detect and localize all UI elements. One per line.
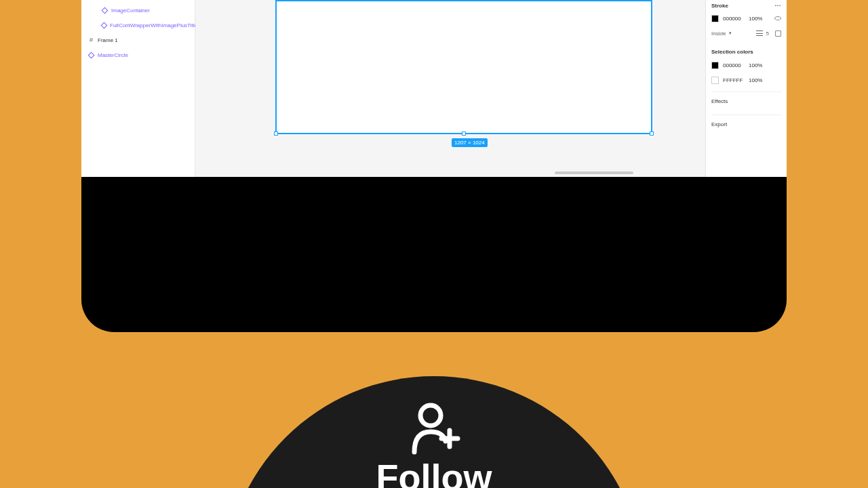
user-plus-icon: [406, 399, 462, 455]
follow-badge[interactable]: Follow: [224, 376, 644, 488]
frame-icon: #: [88, 37, 94, 43]
opacity-value: 100%: [749, 62, 765, 68]
stroke-position[interactable]: Inside: [711, 30, 726, 37]
stroke-options-row[interactable]: Inside ▾ 5: [711, 26, 781, 41]
export-section[interactable]: Export: [711, 115, 781, 134]
more-icon[interactable]: •••: [775, 3, 781, 7]
resize-handle-br[interactable]: [650, 131, 654, 136]
opacity-value: 100%: [749, 77, 765, 83]
layer-label: Frame 1: [98, 37, 118, 43]
stroke-color-row[interactable]: 000000 100%: [711, 11, 781, 26]
selcolor-row-0[interactable]: 000000 100%: [711, 58, 781, 73]
stroke-section-header[interactable]: Stroke •••: [711, 0, 781, 11]
stroke-advanced-icon[interactable]: [775, 30, 781, 37]
figma-window: ImageContainer FullContWrapperWithImageP…: [81, 0, 787, 177]
hex-value[interactable]: 000000: [723, 16, 745, 22]
properties-panel: Stroke ••• 000000 100% Inside ▾ 5 Select…: [705, 0, 787, 177]
stroke-weight[interactable]: 5: [766, 30, 769, 37]
layer-label: MasterCircle: [98, 52, 128, 58]
layer-master-circle[interactable]: MasterCircle: [81, 47, 195, 62]
component-icon: [88, 52, 94, 58]
color-swatch[interactable]: [711, 77, 719, 84]
selection-colors-header: Selection colors: [711, 49, 781, 55]
hex-value: 000000: [723, 62, 745, 68]
component-icon: [102, 22, 106, 28]
effects-section[interactable]: Effects: [711, 92, 781, 110]
selected-frame[interactable]: [275, 0, 652, 134]
svg-point-0: [420, 405, 441, 426]
layers-panel: ImageContainer FullContWrapperWithImageP…: [81, 0, 195, 177]
horizontal-scrollbar[interactable]: [555, 171, 633, 174]
follow-label: Follow: [376, 456, 492, 488]
layer-frame-1[interactable]: # Frame 1: [81, 33, 195, 47]
chevron-down-icon: ▾: [729, 30, 732, 36]
resize-handle-bl[interactable]: [274, 131, 278, 136]
selcolor-row-1[interactable]: FFFFFF 100%: [711, 73, 781, 87]
dimension-badge: 1207 × 1024: [452, 138, 488, 147]
layer-label: ImageContainer: [111, 7, 150, 14]
device-frame: ImageContainer FullContWrapperWithImageP…: [81, 0, 787, 332]
canvas[interactable]: 1207 × 1024: [195, 0, 705, 177]
layer-image-container[interactable]: ImageContainer: [81, 3, 195, 18]
stroke-weight-icon[interactable]: [756, 30, 763, 36]
section-title: Stroke: [711, 3, 728, 9]
component-icon: [102, 7, 108, 14]
visibility-icon[interactable]: [774, 16, 781, 20]
layer-label: FullContWrapperWithImagePlusTitle: [110, 22, 197, 28]
color-swatch[interactable]: [711, 15, 719, 22]
hex-value: FFFFFF: [723, 77, 745, 83]
opacity-value[interactable]: 100%: [749, 16, 765, 22]
layer-full-wrapper[interactable]: FullContWrapperWithImagePlusTitle: [81, 18, 195, 33]
resize-handle-bm[interactable]: [462, 131, 466, 136]
color-swatch[interactable]: [711, 62, 719, 69]
